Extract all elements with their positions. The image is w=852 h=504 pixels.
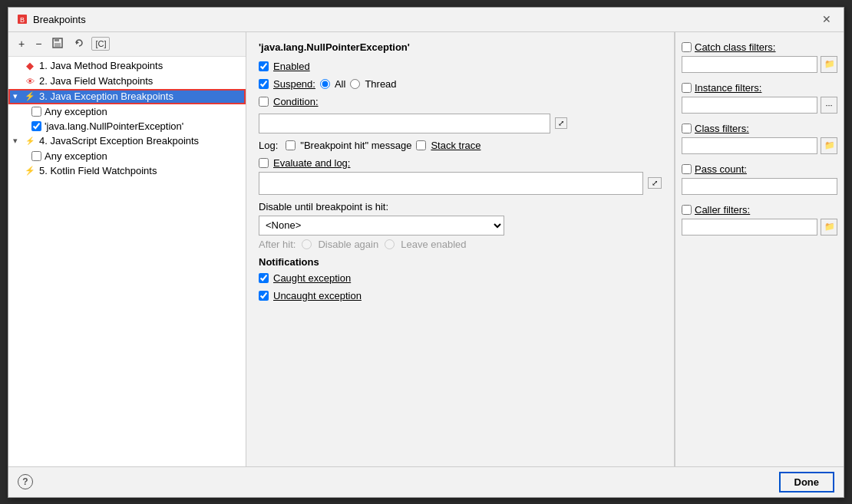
- suspend-thread-radio[interactable]: [350, 79, 360, 89]
- uncaught-checkbox[interactable]: [259, 291, 269, 301]
- folder-icon: 📁: [824, 140, 835, 150]
- log-breakpoint-label: "Breakpoint hit" message: [300, 140, 411, 151]
- disable-again-radio[interactable]: [302, 239, 312, 249]
- left-panel: + − [C] ◆ 1. Java Method Breakpoints: [8, 32, 246, 466]
- pass-count-input-row: [682, 178, 837, 195]
- evaluate-label: Evaluate and log:: [273, 157, 350, 169]
- suspend-thread-label: Thread: [365, 78, 396, 90]
- tree-item-label: Any exception: [45, 106, 107, 117]
- caller-input[interactable]: [682, 219, 817, 236]
- folder-icon: 📁: [824, 222, 835, 231]
- any-exception-js-checkbox[interactable]: [31, 151, 41, 161]
- catch-class-label-row: Catch class filters:: [682, 41, 837, 53]
- class-checkbox[interactable]: [682, 124, 692, 133]
- done-button[interactable]: Done: [779, 472, 835, 492]
- pass-count-checkbox[interactable]: [682, 164, 692, 174]
- tree-item-java-method[interactable]: ◆ 1. Java Method Breakpoints: [8, 58, 246, 74]
- suspend-label: Suspend:: [273, 78, 315, 90]
- caller-browse-button[interactable]: 📁: [821, 219, 837, 236]
- any-exception-checkbox[interactable]: [31, 107, 41, 117]
- tree-toolbar: + − [C]: [8, 32, 246, 57]
- bottom-bar: ? Done: [8, 466, 844, 497]
- tree-item-kotlin-field[interactable]: ⚡ 5. Kotlin Field Watchpoints: [8, 163, 246, 179]
- log-label: Log:: [259, 140, 278, 151]
- tree-item-js-exception[interactable]: ▾ ⚡ 4. JavaScript Exception Breakpoints: [8, 133, 246, 149]
- after-hit-row: After hit: Disable again Leave enabled: [259, 239, 662, 250]
- instance-filter-group: Instance filters: ···: [682, 82, 837, 114]
- disable-until-section: Disable until breakpoint is hit: <None> …: [259, 201, 662, 250]
- condition-expand-button[interactable]: ⤢: [555, 117, 567, 129]
- catch-class-filter-group: Catch class filters: 📁: [682, 41, 837, 73]
- help-button[interactable]: ?: [18, 474, 33, 489]
- svg-rect-3: [54, 38, 59, 41]
- log-stack-trace-checkbox[interactable]: [416, 140, 426, 150]
- suspend-all-radio[interactable]: [320, 79, 330, 89]
- disable-until-label: Disable until breakpoint is hit:: [259, 201, 662, 212]
- caller-label-row: Caller filters:: [682, 204, 837, 216]
- instance-input[interactable]: [682, 97, 817, 114]
- restore-breakpoint-button[interactable]: [70, 35, 88, 53]
- enabled-checkbox[interactable]: [259, 61, 269, 71]
- evaluate-input-row: ⤢: [259, 172, 662, 195]
- pass-count-input[interactable]: [682, 178, 837, 195]
- log-row: Log: "Breakpoint hit" message Stack trac…: [259, 140, 662, 151]
- tree-item-any-exception[interactable]: Any exception: [8, 104, 246, 119]
- condition-checkbox[interactable]: [259, 97, 269, 107]
- instance-checkbox[interactable]: [682, 83, 692, 93]
- caller-filter-group: Caller filters: 📁: [682, 204, 837, 236]
- save-icon: [52, 38, 63, 48]
- config-breakpoint-button[interactable]: [C]: [91, 37, 110, 51]
- condition-input-row: ⤢: [259, 114, 662, 133]
- nullpointer-checkbox[interactable]: [31, 121, 41, 131]
- catch-class-browse-button[interactable]: 📁: [821, 56, 837, 73]
- suspend-checkbox[interactable]: [259, 79, 269, 89]
- class-browse-button[interactable]: 📁: [821, 137, 837, 154]
- catch-class-input[interactable]: [682, 56, 817, 73]
- tree-item-label: Any exception: [45, 150, 107, 162]
- caller-input-row: 📁: [682, 219, 837, 236]
- uncaught-row: Uncaught exception: [259, 290, 662, 301]
- caught-checkbox[interactable]: [259, 273, 269, 283]
- condition-label: Condition:: [273, 96, 319, 107]
- pass-count-filter-group: Pass count:: [682, 163, 837, 195]
- class-filter-group: Class filters: 📁: [682, 123, 837, 154]
- add-breakpoint-button[interactable]: +: [15, 35, 28, 52]
- tree-item-any-exception-js[interactable]: Any exception: [8, 149, 246, 163]
- evaluate-textarea[interactable]: [259, 172, 643, 195]
- class-label: Class filters:: [695, 123, 749, 134]
- tree-item-java-exception[interactable]: ▾ ⚡ 3. Java Exception Breakpoints: [8, 89, 246, 104]
- leave-enabled-label: Leave enabled: [401, 239, 466, 250]
- after-hit-label: After hit:: [259, 239, 296, 250]
- evaluate-checkbox[interactable]: [259, 158, 269, 168]
- condition-input[interactable]: [259, 114, 550, 133]
- caller-checkbox[interactable]: [682, 205, 692, 215]
- instance-input-row: ···: [682, 97, 837, 114]
- dialog-icon: B: [16, 13, 28, 25]
- disable-until-select[interactable]: <None>: [259, 216, 504, 236]
- class-input-row: 📁: [682, 137, 837, 154]
- detail-panel: 'java.lang.NullPointerException' Enabled…: [246, 32, 675, 466]
- class-label-row: Class filters:: [682, 123, 837, 134]
- remove-breakpoint-button[interactable]: −: [31, 35, 45, 52]
- close-button[interactable]: ✕: [817, 12, 836, 27]
- tree-item-java-field[interactable]: 👁 2. Java Field Watchpoints: [8, 74, 246, 89]
- instance-label: Instance filters:: [695, 82, 761, 94]
- instance-more-button[interactable]: ···: [821, 97, 837, 114]
- save-breakpoint-button[interactable]: [48, 35, 67, 53]
- uncaught-label: Uncaught exception: [273, 290, 362, 301]
- tree-item-nullpointer[interactable]: 'java.lang.NullPointerException': [8, 119, 246, 133]
- java-exception-icon: ⚡: [24, 91, 36, 103]
- catch-class-checkbox[interactable]: [682, 42, 692, 52]
- caught-row: Caught exception: [259, 272, 662, 284]
- class-input[interactable]: [682, 137, 817, 154]
- evaluate-row: Evaluate and log:: [259, 157, 662, 169]
- js-exception-icon: ⚡: [24, 135, 36, 147]
- log-breakpoint-checkbox[interactable]: [286, 140, 296, 150]
- evaluate-expand-button[interactable]: ⤢: [648, 177, 662, 189]
- leave-enabled-radio[interactable]: [385, 239, 395, 249]
- java-field-icon: 👁: [24, 75, 36, 87]
- expand-arrow: ▾: [13, 91, 24, 101]
- catch-class-input-row: 📁: [682, 56, 837, 73]
- tree-item-label: 2. Java Field Watchpoints: [39, 75, 153, 87]
- notifications-section: Notifications Caught exception Uncaught …: [259, 256, 662, 301]
